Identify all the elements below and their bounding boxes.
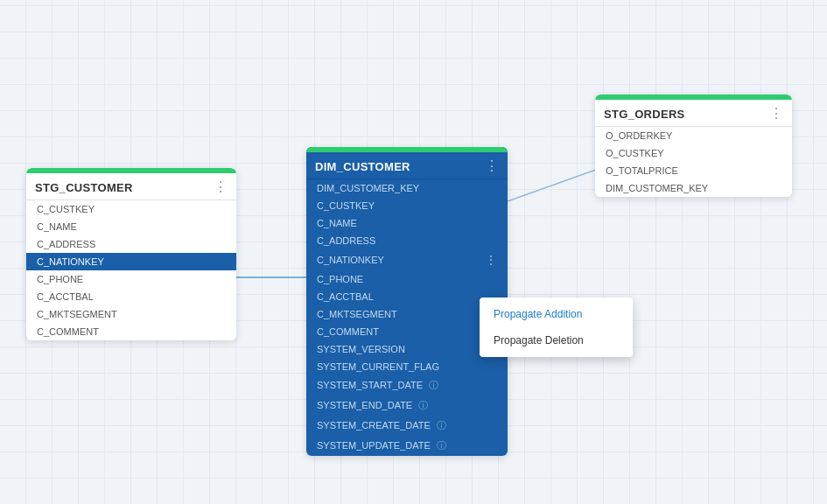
orders-field-dim-customer-key[interactable]: DIM_CUSTOMER_KEY xyxy=(595,179,792,197)
dim-field-dim-customer-key[interactable]: DIM_CUSTOMER_KEY xyxy=(306,179,508,197)
menu-item-propagate-addition[interactable]: Propagate Addition xyxy=(480,301,633,327)
field-c-nationkey[interactable]: C_NATIONKEY xyxy=(26,253,236,270)
dim-field-c-name[interactable]: C_NAME xyxy=(306,214,508,232)
dim-field-system-start-date[interactable]: SYSTEM_START_DATE ⓘ xyxy=(306,375,508,396)
field-c-mktsegment[interactable]: C_MKTSEGMENT xyxy=(26,305,236,323)
dim-field-c-custkey[interactable]: C_CUSTKEY xyxy=(306,197,508,214)
field-c-comment[interactable]: C_COMMENT xyxy=(26,323,236,340)
dim-field-c-mktsegment[interactable]: C_MKTSEGMENT xyxy=(306,305,508,323)
dim-field-system-create-date[interactable]: SYSTEM_CREATE_DATE ⓘ xyxy=(306,416,508,436)
system-end-date-info-icon[interactable]: ⓘ xyxy=(418,400,428,410)
orders-field-o-orderkey[interactable]: O_ORDERKEY xyxy=(595,127,792,144)
dim-field-c-nationkey-menu-icon[interactable]: ⋮ xyxy=(485,253,497,267)
field-c-name[interactable]: C_NAME xyxy=(26,218,236,235)
context-menu: Propagate Addition Propagate Deletion xyxy=(480,298,633,357)
canvas: STG_CUSTOMER ⋮ C_CUSTKEY C_NAME C_ADDRES… xyxy=(0,0,827,504)
system-update-date-info-icon[interactable]: ⓘ xyxy=(437,440,446,451)
stg-customer-card: STG_CUSTOMER ⋮ C_CUSTKEY C_NAME C_ADDRES… xyxy=(26,168,236,340)
stg-orders-more-icon[interactable]: ⋮ xyxy=(769,107,783,121)
dim-field-system-update-date[interactable]: SYSTEM_UPDATE_DATE ⓘ xyxy=(306,436,508,456)
dim-customer-title: DIM_CUSTOMER xyxy=(315,160,410,173)
dim-customer-card: DIM_CUSTOMER ⋮ DIM_CUSTOMER_KEY C_CUSTKE… xyxy=(306,147,508,456)
field-c-phone[interactable]: C_PHONE xyxy=(26,270,236,288)
stg-customer-more-icon[interactable]: ⋮ xyxy=(214,180,228,194)
dim-field-c-phone[interactable]: C_PHONE xyxy=(306,270,508,288)
dim-field-c-nationkey-label: C_NATIONKEY xyxy=(317,255,384,265)
menu-item-propagate-deletion[interactable]: Propagate Deletion xyxy=(480,327,633,354)
dim-field-c-acctbal[interactable]: C_ACCTBAL xyxy=(306,288,508,305)
dim-field-system-end-date[interactable]: SYSTEM_END_DATE ⓘ xyxy=(306,396,508,416)
stg-customer-title-row: STG_CUSTOMER ⋮ xyxy=(26,173,236,200)
stg-orders-title: STG_ORDERS xyxy=(604,108,685,121)
orders-field-o-totalprice[interactable]: O_TOTALPRICE xyxy=(595,162,792,179)
dim-customer-more-icon[interactable]: ⋮ xyxy=(485,159,499,173)
field-c-acctbal[interactable]: C_ACCTBAL xyxy=(26,288,236,305)
dim-field-c-nationkey[interactable]: C_NATIONKEY ⋮ xyxy=(306,249,508,270)
stg-orders-card: STG_ORDERS ⋮ O_ORDERKEY O_CUSTKEY O_TOTA… xyxy=(595,94,792,197)
svg-line-1 xyxy=(508,166,606,201)
dim-field-c-address[interactable]: C_ADDRESS xyxy=(306,232,508,249)
dim-field-system-version[interactable]: SYSTEM_VERSION xyxy=(306,340,508,358)
field-c-custkey[interactable]: C_CUSTKEY xyxy=(26,200,236,218)
field-c-address[interactable]: C_ADDRESS xyxy=(26,235,236,253)
system-start-date-info-icon[interactable]: ⓘ xyxy=(429,380,438,390)
dim-field-system-current-flag[interactable]: SYSTEM_CURRENT_FLAG xyxy=(306,358,508,375)
dim-field-c-comment[interactable]: C_COMMENT xyxy=(306,323,508,340)
orders-field-o-custkey[interactable]: O_CUSTKEY xyxy=(595,144,792,162)
dim-customer-title-row: DIM_CUSTOMER ⋮ xyxy=(306,152,508,179)
stg-customer-title: STG_CUSTOMER xyxy=(35,181,133,194)
system-create-date-info-icon[interactable]: ⓘ xyxy=(437,420,446,430)
stg-orders-title-row: STG_ORDERS ⋮ xyxy=(595,100,792,127)
